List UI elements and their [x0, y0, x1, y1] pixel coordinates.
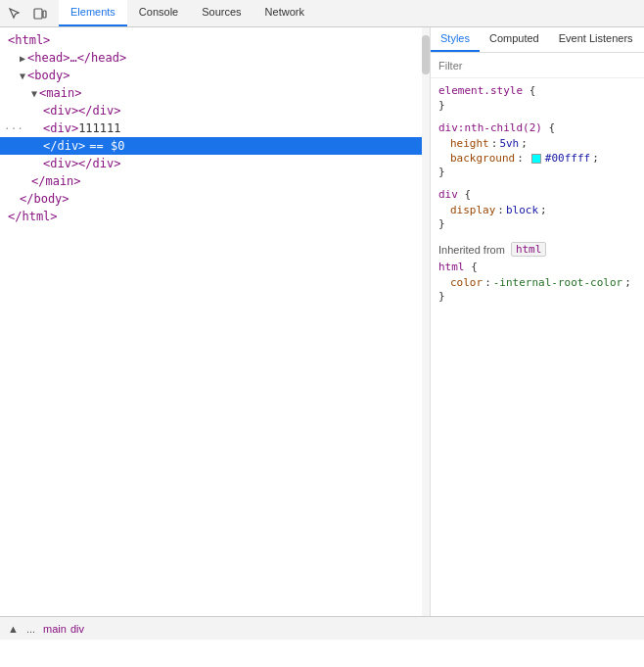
tag-head-open: <head>	[27, 51, 69, 65]
tree-div1[interactable]: <div></div>	[0, 102, 430, 119]
css-semi-height: ;	[521, 137, 528, 150]
tag-head-dots: …	[69, 51, 76, 65]
tab-console[interactable]: Console	[127, 0, 190, 26]
selector-html: html {	[438, 259, 636, 275]
tree-div2-close[interactable]: </div> == $0	[0, 137, 430, 155]
tag-head-close: </head>	[77, 51, 127, 65]
devtools-main: <html> ▶ <head>…</head> ▼ <body> ▼ <main…	[0, 27, 644, 616]
styles-tabs: Styles Computed Event Listeners	[431, 27, 644, 53]
prop-display: display : block ;	[438, 203, 636, 217]
dots-indicator: ···	[4, 122, 23, 135]
tag-div1: <div></div>	[43, 104, 120, 118]
brace-open-html: {	[471, 261, 478, 273]
device-toolbar-button[interactable]	[29, 3, 51, 24]
elements-tree: <html> ▶ <head>…</head> ▼ <body> ▼ <main…	[0, 27, 430, 616]
tree-main[interactable]: ▼ <main>	[0, 84, 430, 102]
tag-html-close: </html>	[8, 210, 58, 223]
selector-nth-child: div:nth-child(2) {	[438, 119, 636, 136]
inherited-label: Inherited from	[438, 244, 505, 256]
styles-panel: Styles Computed Event Listeners element.…	[431, 27, 644, 616]
color-swatch-bg[interactable]	[531, 154, 541, 164]
breadcrumb-main[interactable]: main	[43, 623, 67, 635]
css-brace-open: {	[529, 84, 536, 97]
triangle-head: ▶	[20, 53, 25, 64]
tree-body-close[interactable]: </body>	[0, 190, 430, 208]
css-semi-display: ;	[540, 204, 547, 216]
tree-div3[interactable]: <div></div>	[0, 155, 430, 172]
status-bar: ▲ ... main div	[0, 616, 644, 640]
svg-rect-1	[43, 11, 46, 18]
inherited-header: Inherited from html	[438, 238, 636, 259]
breadcrumb-div[interactable]: div	[70, 623, 84, 635]
prop-height: height : 5vh ;	[438, 136, 636, 151]
tag-html: <html>	[8, 33, 50, 47]
css-colon-height: :	[491, 137, 498, 150]
status-arrow-down[interactable]: ...	[26, 623, 35, 635]
svg-rect-0	[34, 9, 42, 19]
css-val-display: block	[506, 204, 538, 216]
tab-sources[interactable]: Sources	[190, 0, 253, 26]
scrollbar-track[interactable]	[422, 27, 430, 616]
css-colon-display: :	[497, 204, 504, 216]
rule-nth-child: div:nth-child(2) { height : 5vh ; backgr…	[438, 119, 636, 178]
selector-element-style: element.style {	[438, 82, 636, 99]
filter-bar	[431, 53, 644, 78]
css-val-height: 5vh	[499, 137, 519, 150]
div2-content: 111111	[78, 121, 120, 135]
css-selector-text: element.style	[438, 84, 523, 97]
tree-head[interactable]: ▶ <head>…</head>	[0, 49, 430, 67]
devtools-toolbar: Elements Console Sources Network	[0, 0, 644, 27]
css-content: element.style { } div:nth-child(2) { hei…	[431, 78, 644, 616]
tab-network[interactable]: Network	[253, 0, 316, 26]
tree-body[interactable]: ▼ <body>	[0, 67, 430, 84]
css-selector-nth: div:nth-child(2)	[438, 121, 542, 134]
status-arrow-up[interactable]: ▲	[8, 623, 19, 635]
tag-div2-close: </div>	[43, 139, 85, 153]
scrollbar-thumb[interactable]	[422, 35, 430, 74]
css-semi-color: ;	[624, 276, 631, 289]
filter-input[interactable]	[438, 60, 636, 71]
inherited-tag: html	[511, 242, 547, 257]
triangle-main: ▼	[31, 88, 37, 99]
css-selector-html: html	[438, 261, 465, 273]
elements-panel: <html> ▶ <head>…</head> ▼ <body> ▼ <main…	[0, 27, 431, 616]
brace-close-nth: }	[438, 166, 636, 178]
main-tabs: Elements Console Sources Network	[59, 0, 316, 26]
rule-html: html { color : -internal-root-color ; }	[438, 259, 636, 303]
css-val-color: -internal-root-color	[493, 276, 622, 289]
css-brace-close: }	[438, 99, 636, 112]
css-prop-height: height	[450, 137, 489, 150]
tree-main-close[interactable]: </main>	[0, 172, 430, 190]
css-semi-bg: ;	[592, 152, 599, 165]
brace-close-div: }	[438, 217, 636, 230]
selector-div: div {	[438, 186, 636, 203]
brace-open-div: {	[465, 188, 472, 201]
css-prop-display: display	[450, 204, 495, 216]
tab-elements[interactable]: Elements	[59, 0, 127, 26]
tree-html[interactable]: <html>	[0, 31, 430, 49]
toolbar-icons	[4, 3, 51, 24]
tag-main-close: </main>	[31, 174, 81, 188]
css-prop-color: color	[450, 276, 483, 289]
css-colon-color: :	[484, 276, 491, 289]
tag-body: <body>	[27, 69, 69, 82]
inspect-button[interactable]	[4, 3, 25, 24]
tab-event-listeners[interactable]: Event Listeners	[549, 27, 643, 52]
tag-div2-open: <div>	[43, 121, 78, 135]
tree-div2[interactable]: ··· <div>111111	[0, 119, 430, 137]
css-val-bg: #00ffff	[545, 152, 590, 165]
tag-main: <main>	[39, 86, 81, 100]
dom-equals: == $0	[89, 139, 124, 153]
rule-element-style: element.style { }	[438, 82, 636, 112]
tree-html-close[interactable]: </html>	[0, 208, 430, 225]
tag-div3: <div></div>	[43, 157, 120, 170]
css-colon-bg: :	[517, 152, 524, 165]
css-selector-div: div	[438, 188, 458, 201]
tab-styles[interactable]: Styles	[431, 27, 480, 52]
tag-body-close: </body>	[20, 192, 69, 206]
brace-open-nth: {	[549, 121, 556, 134]
breadcrumb: main div	[43, 623, 84, 635]
rule-div: div { display : block ; }	[438, 186, 636, 230]
tab-computed[interactable]: Computed	[480, 27, 549, 52]
prop-background: background : #00ffff ;	[438, 151, 636, 166]
